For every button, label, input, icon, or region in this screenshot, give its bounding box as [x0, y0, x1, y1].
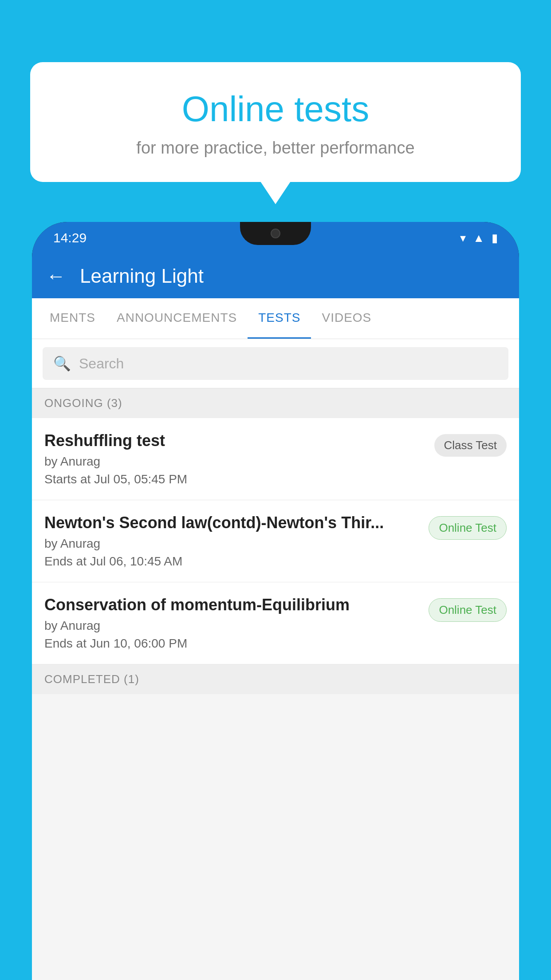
test-list: Reshuffling test by Anurag Starts at Jul…	[32, 418, 519, 664]
test-date: Starts at Jul 05, 05:45 PM	[44, 472, 425, 486]
status-bar: 14:29 ▾ ▲ ▮	[32, 222, 519, 254]
search-bar[interactable]: 🔍 Search	[43, 347, 508, 380]
tab-videos[interactable]: VIDEOS	[311, 298, 382, 339]
signal-icon: ▲	[473, 231, 484, 245]
tabs-bar: MENTS ANNOUNCEMENTS TESTS VIDEOS	[32, 298, 519, 339]
test-badge-online-2: Online Test	[429, 598, 507, 622]
test-item[interactable]: Newton's Second law(contd)-Newton's Thir…	[32, 500, 519, 582]
test-title: Reshuffling test	[44, 431, 425, 450]
camera	[271, 229, 280, 238]
phone-screen: MENTS ANNOUNCEMENTS TESTS VIDEOS 🔍 Searc…	[32, 298, 519, 980]
test-item[interactable]: Reshuffling test by Anurag Starts at Jul…	[32, 418, 519, 500]
test-info: Reshuffling test by Anurag Starts at Jul…	[44, 431, 434, 486]
status-time: 14:29	[53, 230, 87, 245]
search-icon: 🔍	[53, 355, 71, 372]
completed-section-label: COMPLETED (1)	[32, 664, 519, 694]
tab-announcements[interactable]: ANNOUNCEMENTS	[106, 298, 248, 339]
test-date: Ends at Jun 10, 06:00 PM	[44, 636, 420, 651]
tab-tests[interactable]: TESTS	[248, 298, 311, 339]
bubble-subtitle: for more practice, better performance	[52, 138, 499, 158]
app-header: ← Learning Light	[32, 254, 519, 298]
notch	[240, 222, 311, 245]
test-date: Ends at Jul 06, 10:45 AM	[44, 554, 420, 569]
ongoing-section-label: ONGOING (3)	[32, 388, 519, 418]
tab-ments[interactable]: MENTS	[39, 298, 106, 339]
search-placeholder: Search	[79, 356, 124, 372]
battery-icon: ▮	[492, 231, 498, 245]
bubble-title: Online tests	[52, 89, 499, 130]
test-title: Conservation of momentum-Equilibrium	[44, 596, 420, 614]
test-badge-online: Online Test	[429, 516, 507, 540]
speech-bubble: Online tests for more practice, better p…	[30, 62, 521, 182]
test-info: Newton's Second law(contd)-Newton's Thir…	[44, 514, 429, 569]
phone-frame: 14:29 ▾ ▲ ▮ ← Learning Light MENTS ANNOU…	[32, 222, 519, 980]
app-title: Learning Light	[80, 265, 204, 287]
test-author: by Anurag	[44, 454, 425, 469]
test-author: by Anurag	[44, 537, 420, 551]
test-item[interactable]: Conservation of momentum-Equilibrium by …	[32, 582, 519, 664]
back-button[interactable]: ←	[46, 265, 66, 287]
test-author: by Anurag	[44, 619, 420, 633]
wifi-icon: ▾	[460, 231, 466, 245]
search-container: 🔍 Search	[32, 339, 519, 388]
test-info: Conservation of momentum-Equilibrium by …	[44, 596, 429, 651]
test-badge-class: Class Test	[434, 434, 507, 457]
test-title: Newton's Second law(contd)-Newton's Thir…	[44, 514, 420, 532]
status-icons: ▾ ▲ ▮	[460, 231, 498, 245]
